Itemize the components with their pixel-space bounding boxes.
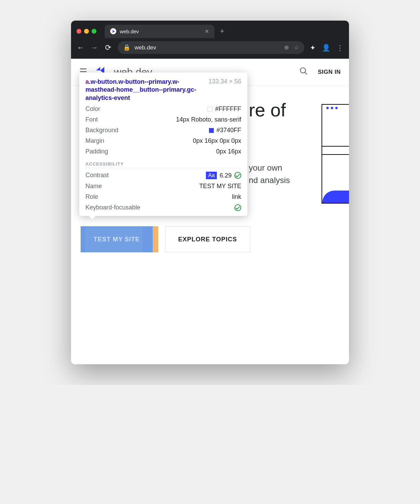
browser-toolbar: ← → ⟳ 🔒 web.dev ⊕ ☆ ✦ 👤 ⋮ xyxy=(71,38,349,59)
role-label: Role xyxy=(85,193,98,201)
browser-window: ➤ web.dev ✕ + ← → ⟳ 🔒 web.dev ⊕ ☆ ✦ 👤 ⋮ … xyxy=(71,21,349,364)
back-icon[interactable]: ← xyxy=(77,43,85,52)
test-my-site-button[interactable]: TEST MY SITE xyxy=(81,226,153,252)
svg-point-1 xyxy=(300,68,305,73)
close-window-button[interactable] xyxy=(77,29,81,34)
close-tab-icon[interactable]: ✕ xyxy=(205,28,209,35)
element-dimensions: 133.34 × 56 xyxy=(208,78,241,102)
bookmark-icon[interactable]: ☆ xyxy=(294,44,299,51)
font-value: 14px Roboto, sans-serif xyxy=(176,116,241,123)
tab-title: web.dev xyxy=(120,28,139,34)
forward-icon[interactable]: → xyxy=(90,43,98,52)
lock-icon: 🔒 xyxy=(123,44,130,51)
a11y-name-value: TEST MY SITE xyxy=(199,183,241,190)
role-value: link xyxy=(232,193,241,201)
contrast-value: 6.29 xyxy=(220,172,232,179)
devtools-inspect-tooltip: a.w-button.w-button--primary.w-masthead-… xyxy=(79,72,247,216)
margin-value: 0px 16px 0px 0px xyxy=(193,137,241,145)
search-icon[interactable] xyxy=(299,67,308,78)
hero-illustration xyxy=(322,104,349,204)
contrast-badge: Aa xyxy=(206,172,217,179)
new-tab-button[interactable]: + xyxy=(220,27,224,36)
margin-label: Margin xyxy=(85,137,104,145)
contrast-label: Contrast xyxy=(85,172,109,179)
explore-topics-button[interactable]: EXPLORE TOPICS xyxy=(165,226,250,252)
font-label: Font xyxy=(85,116,98,123)
accessibility-heading: ACCESSIBILITY xyxy=(85,161,241,168)
maximize-window-button[interactable] xyxy=(92,29,96,34)
secondary-button-label: EXPLORE TOPICS xyxy=(178,236,237,243)
extensions-icon[interactable]: ✦ xyxy=(310,44,316,52)
menu-icon[interactable]: ⋮ xyxy=(337,44,343,52)
check-icon xyxy=(234,172,241,179)
background-value: #3740FF xyxy=(217,127,241,134)
element-selector: a.w-button.w-button--primary.w-masthead-… xyxy=(85,78,204,102)
favicon-icon: ➤ xyxy=(110,28,116,34)
padding-label: Padding xyxy=(85,148,108,155)
hero-buttons: TEST MY SITE EXPLORE TOPICS xyxy=(81,226,250,252)
address-bar[interactable]: 🔒 web.dev ⊕ ☆ xyxy=(118,41,304,54)
check-icon xyxy=(234,204,241,211)
tab-strip: ➤ web.dev ✕ + xyxy=(71,21,349,38)
page-content: ☰ web.dev SIGN IN re of your own nd anal xyxy=(71,59,349,364)
background-label: Background xyxy=(85,127,118,134)
color-swatch-blue xyxy=(209,128,214,133)
a11y-name-label: Name xyxy=(85,183,102,190)
url-text: web.dev xyxy=(135,44,156,51)
window-controls xyxy=(77,29,96,34)
primary-button-label: TEST MY SITE xyxy=(94,236,140,243)
add-icon[interactable]: ⊕ xyxy=(284,44,289,51)
profile-icon[interactable]: 👤 xyxy=(322,44,330,52)
color-value: #FFFFFF xyxy=(215,105,241,113)
signin-button[interactable]: SIGN IN xyxy=(318,69,341,76)
minimize-window-button[interactable] xyxy=(84,29,89,34)
padding-value: 0px 16px xyxy=(216,148,241,155)
svg-line-2 xyxy=(305,72,307,75)
keyboard-label: Keyboard-focusable xyxy=(85,204,140,211)
color-swatch-white xyxy=(208,107,212,112)
color-label: Color xyxy=(85,105,100,113)
browser-tab[interactable]: ➤ web.dev ✕ xyxy=(105,25,214,38)
reload-icon[interactable]: ⟳ xyxy=(104,43,112,52)
